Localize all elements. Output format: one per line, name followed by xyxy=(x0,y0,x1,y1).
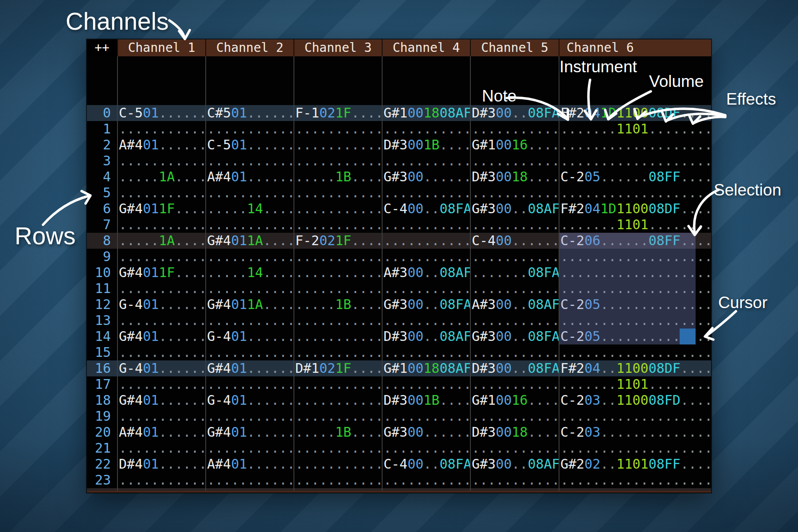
channel-header-5[interactable]: Channel 5 xyxy=(470,39,559,56)
pattern-cell[interactable]: A#300..08AF xyxy=(470,297,559,313)
pattern-cell[interactable]: G-400...... xyxy=(470,488,559,493)
pattern-cell[interactable]: D#2021F.... xyxy=(293,488,382,493)
pattern-cell[interactable]: C-400...... xyxy=(470,233,559,249)
pattern-cell[interactable]: A#401...... xyxy=(117,137,205,153)
row-number[interactable]: 11 xyxy=(87,281,117,297)
pattern-cell[interactable]: F-2021F.... xyxy=(293,233,382,249)
channel-header-3[interactable]: Channel 3 xyxy=(293,39,382,56)
pattern-cell[interactable]: .......08FA xyxy=(470,265,559,281)
pattern-cell[interactable]: ........... xyxy=(293,440,382,456)
pattern-cell[interactable]: ........... xyxy=(470,249,559,265)
pattern-cell[interactable]: ................... xyxy=(559,153,711,169)
pattern-cell[interactable]: ........... xyxy=(382,344,470,360)
pattern-cell[interactable]: ........... xyxy=(205,217,293,233)
pattern-cell[interactable]: ........... xyxy=(293,265,382,281)
pattern-cell[interactable]: ........... xyxy=(293,344,382,360)
pattern-cell[interactable]: ........... xyxy=(117,408,205,424)
pattern-cell[interactable]: ........... xyxy=(293,313,382,329)
pattern-cell[interactable]: ........... xyxy=(382,313,470,329)
pattern-cell[interactable]: D#3001B.... xyxy=(382,137,470,153)
pattern-cell[interactable]: ........... xyxy=(382,440,470,456)
pattern-cell[interactable]: D#30018.... xyxy=(470,169,559,185)
pattern-cell[interactable]: ........... xyxy=(293,121,382,137)
pattern-cell[interactable]: G#10016.... xyxy=(470,137,559,153)
pattern-cell[interactable]: .....14.... xyxy=(205,201,293,217)
pattern-cell[interactable]: ........... xyxy=(382,121,470,137)
pattern-cell[interactable]: G#202..110108FF.... xyxy=(559,456,711,472)
pattern-cell[interactable]: ........... xyxy=(470,217,559,233)
pattern-cell[interactable]: C-400..08FA xyxy=(382,456,470,472)
pattern-cell[interactable]: C-302..110008FD.... xyxy=(559,488,711,493)
pattern-cell[interactable]: ........... xyxy=(205,440,293,456)
pattern-cell[interactable]: ........... xyxy=(382,488,470,493)
row-number[interactable]: 9 xyxy=(87,249,117,265)
pattern-cell[interactable]: ........... xyxy=(293,137,382,153)
pattern-cell[interactable]: ........... xyxy=(382,376,470,392)
row-number[interactable]: 10 xyxy=(87,265,117,281)
pattern-cell[interactable]: G#4011A.... xyxy=(205,297,293,313)
pattern-cell[interactable]: .......1101........ xyxy=(559,217,711,233)
pattern-cell[interactable]: ........... xyxy=(470,440,559,456)
pattern-cell[interactable]: ........... xyxy=(117,440,205,456)
pattern-cell[interactable]: ........... xyxy=(293,392,382,408)
pattern-cell[interactable]: A#401...... xyxy=(117,424,205,440)
pattern-cell[interactable]: .....14.... xyxy=(205,265,293,281)
pattern-cell[interactable]: D#3001B.... xyxy=(382,392,470,408)
pattern-cell[interactable]: C#501...... xyxy=(205,105,293,121)
row-number[interactable]: 2 xyxy=(87,137,117,153)
pattern-cell[interactable]: ........... xyxy=(293,153,382,169)
pattern-cell[interactable]: F#2041D110008DF.... xyxy=(559,201,711,217)
pattern-cell[interactable]: D#300..08AF xyxy=(382,329,470,344)
pattern-cell[interactable]: G#300..08AF xyxy=(470,201,559,217)
pattern-cell[interactable]: ................... xyxy=(559,440,711,456)
pattern-cell[interactable]: D#300..08FA xyxy=(470,105,559,121)
row-number[interactable]: 18 xyxy=(87,392,117,408)
pattern-cell[interactable]: G#4011F.... xyxy=(117,265,205,281)
pattern-cell[interactable]: G-401...... xyxy=(205,392,293,408)
row-number[interactable]: 17 xyxy=(87,376,117,392)
row-number[interactable]: 24 xyxy=(87,488,117,493)
pattern-cell[interactable]: G#1001808AF xyxy=(382,105,470,121)
pattern-cell[interactable]: A#300..08AF xyxy=(382,265,470,281)
pattern-cell[interactable]: G#401...... xyxy=(117,392,205,408)
row-number[interactable]: 8 xyxy=(87,233,117,249)
pattern-cell[interactable]: .....1A.... xyxy=(117,233,205,249)
pattern-cell[interactable]: ........... xyxy=(470,281,559,297)
pattern-cell[interactable]: ........... xyxy=(293,217,382,233)
pattern-cell[interactable]: ........... xyxy=(205,344,293,360)
row-number[interactable]: 15 xyxy=(87,344,117,360)
pattern-cell[interactable]: ........... xyxy=(205,121,293,137)
pattern-cell[interactable]: .......1101........ xyxy=(559,376,711,392)
pattern-cell[interactable]: G#4011A.... xyxy=(205,233,293,249)
pattern-cell[interactable]: ........... xyxy=(117,472,205,488)
pattern-cell[interactable]: ........... xyxy=(293,281,382,297)
pattern-cell[interactable]: ........... xyxy=(382,249,470,265)
pattern-cell[interactable]: .....1A.... xyxy=(117,169,205,185)
pattern-cell[interactable]: ........... xyxy=(382,217,470,233)
pattern-cell[interactable]: ................... xyxy=(559,472,711,488)
pattern-cell[interactable]: D#300..08FA xyxy=(470,360,559,376)
row-number[interactable]: 3 xyxy=(87,153,117,169)
pattern-cell[interactable]: ........... xyxy=(293,456,382,472)
pattern-cell[interactable]: D#1021F.... xyxy=(293,360,382,376)
row-number[interactable]: 13 xyxy=(87,313,117,329)
pattern-cell[interactable]: ........... xyxy=(470,344,559,360)
pattern-cell[interactable]: ........... xyxy=(205,472,293,488)
row-number[interactable]: 6 xyxy=(87,201,117,217)
pattern-cell[interactable]: D#401...... xyxy=(205,488,293,493)
pattern-cell[interactable]: G-401...... xyxy=(117,360,205,376)
pattern-cell[interactable]: .....1B.... xyxy=(293,424,382,440)
row-number[interactable]: 23 xyxy=(87,472,117,488)
row-number[interactable]: 14 xyxy=(87,329,117,344)
pattern-cell[interactable]: ........... xyxy=(470,153,559,169)
pattern-cell[interactable]: G#4011F.... xyxy=(117,201,205,217)
pattern-cell[interactable]: G#300..08AF xyxy=(470,456,559,472)
pattern-cell[interactable]: ........... xyxy=(470,472,559,488)
pattern-cell[interactable]: G#401...... xyxy=(205,360,293,376)
row-number[interactable]: 19 xyxy=(87,408,117,424)
pattern-cell[interactable]: ........... xyxy=(293,249,382,265)
pattern-cell[interactable]: G#1001808AF xyxy=(382,360,470,376)
pattern-cell[interactable]: ........... xyxy=(382,472,470,488)
pattern-cell[interactable]: ........... xyxy=(117,185,205,201)
pattern-cell[interactable]: C-501...... xyxy=(205,137,293,153)
